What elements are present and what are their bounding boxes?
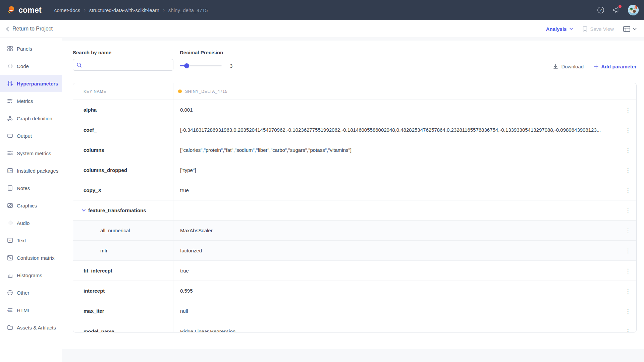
- parameter-key-cell: intercept_: [73, 281, 173, 301]
- row-menu-icon[interactable]: ⋮: [624, 147, 632, 153]
- row-menu-icon[interactable]: ⋮: [624, 107, 632, 113]
- table-row-columns: columns ["calories","protein","fat","sod…: [73, 140, 636, 160]
- download-button[interactable]: Download: [553, 64, 584, 69]
- parameter-value: MaxAbsScaler: [180, 228, 213, 233]
- download-icon: [553, 64, 558, 69]
- add-parameter-button[interactable]: Add parameter: [594, 64, 637, 69]
- search-box[interactable]: [73, 59, 173, 71]
- table-row-alpha: alpha 0.001 ⋮: [73, 100, 636, 120]
- row-menu-icon[interactable]: ⋮: [624, 288, 632, 294]
- breadcrumb-item[interactable]: structured-data-with-scikit-learn: [89, 7, 159, 13]
- parameter-value-cell: 0.595: [173, 281, 636, 301]
- sidebar-item-installed-packages[interactable]: Py Installed packages: [0, 162, 62, 179]
- parameter-value: ["calories","protein","fat","sodium","fi…: [180, 147, 352, 153]
- sidebar-item-assets-artifacts[interactable]: Assets & Artifacts: [0, 319, 62, 336]
- comet-logo[interactable]: comet: [7, 6, 42, 15]
- page-toolbar: Return to Project Analysis Save View: [0, 20, 644, 38]
- sidebar-item-histograms[interactable]: Histograms: [0, 266, 62, 284]
- row-menu-icon[interactable]: ⋮: [624, 127, 632, 133]
- sidebar-item-code[interactable]: Code: [0, 57, 62, 75]
- parameter-key-cell: alpha: [73, 100, 173, 120]
- slider-thumb[interactable]: [184, 63, 189, 68]
- sidebar-item-label: Text: [17, 238, 26, 243]
- svg-text:?: ?: [600, 8, 602, 12]
- sidebar-item-panels[interactable]: Panels: [0, 40, 62, 57]
- sidebar-item-label: HTML: [17, 307, 31, 313]
- parameter-key: all_numerical: [100, 228, 130, 233]
- sidebar-item-label: Notes: [17, 185, 30, 191]
- row-menu-icon[interactable]: ⋮: [624, 187, 632, 193]
- return-to-project-link[interactable]: Return to Project: [6, 26, 53, 32]
- parameter-key: feature_transformations: [88, 207, 146, 213]
- sidebar-item-metrics[interactable]: Metrics: [0, 92, 62, 110]
- help-icon[interactable]: ?: [597, 6, 604, 14]
- parameter-value-cell: Ridge Linear Regression: [173, 321, 636, 333]
- user-avatar[interactable]: [628, 5, 639, 15]
- parameter-value-cell: true: [173, 180, 636, 200]
- sidebar-item-audio[interactable]: Audio: [0, 214, 62, 232]
- notes-icon: [7, 185, 13, 191]
- parameter-value: Ridge Linear Regression: [180, 328, 235, 333]
- graph-definition-icon: [7, 115, 13, 121]
- chevron-down-icon: [569, 27, 573, 30]
- sidebar-item-label: Hyperparameters: [17, 81, 58, 86]
- row-menu-icon[interactable]: ⋮: [624, 268, 632, 274]
- table-row-max_iter: max_iter null ⋮: [73, 301, 636, 321]
- sidebar-item-confusion-matrix[interactable]: Confusion matrix: [0, 249, 62, 266]
- experiment-name-label: SHINY_DELTA_4715: [185, 89, 227, 94]
- parameter-key-cell: model_name: [73, 321, 173, 333]
- search-label: Search by name: [73, 50, 173, 55]
- sidebar-item-output[interactable]: Output: [0, 127, 62, 144]
- announcements-icon[interactable]: [612, 6, 620, 14]
- table-row-intercept_: intercept_ 0.595 ⋮: [73, 281, 636, 301]
- text-icon: Tt: [7, 237, 13, 243]
- sidebar-item-label: Histograms: [17, 273, 42, 278]
- chevron-down-icon[interactable]: [82, 209, 86, 212]
- parameter-value-cell: MaxAbsScaler: [173, 221, 636, 240]
- code-icon: [7, 63, 13, 69]
- plus-icon: [594, 64, 598, 69]
- sidebar-item-graph-definition[interactable]: Graph definition: [0, 110, 62, 127]
- layout-view-dropdown[interactable]: [623, 26, 637, 32]
- row-menu-icon[interactable]: ⋮: [624, 308, 632, 314]
- sidebar-item-graphics[interactable]: Graphics: [0, 197, 62, 214]
- breadcrumb-item[interactable]: comet-docs: [54, 7, 80, 13]
- decimal-precision-label: Decimal Precision: [180, 50, 232, 55]
- sidebar-item-notes[interactable]: Notes: [0, 179, 62, 197]
- output-icon: [7, 133, 13, 139]
- parameter-key-cell: max_iter: [73, 301, 173, 321]
- sidebar-item-hyperparameters[interactable]: Hyperparameters: [0, 75, 62, 92]
- sidebar-item-system-metrics[interactable]: System metrics: [0, 144, 62, 162]
- sidebar-item-label: Other: [17, 290, 30, 296]
- analysis-dropdown[interactable]: Analysis: [546, 26, 574, 32]
- parameter-value: null: [180, 308, 188, 314]
- hyperparameters-table: KEY NAME SHINY_DELTA_4715 alpha 0.001 ⋮: [73, 83, 637, 333]
- parameter-key: max_iter: [84, 308, 104, 314]
- row-menu-icon[interactable]: ⋮: [624, 328, 632, 333]
- histograms-icon: [7, 272, 13, 278]
- parameter-key-cell: feature_transformations: [73, 200, 173, 220]
- topbar-actions: ?: [597, 5, 639, 15]
- parameter-key-cell: all_numerical: [73, 221, 173, 240]
- row-menu-icon[interactable]: ⋮: [624, 167, 632, 173]
- table-row-mfr: mfr factorized ⋮: [73, 241, 636, 261]
- sidebar-item-html[interactable]: HTML HTML: [0, 301, 62, 319]
- search-input[interactable]: [85, 62, 170, 68]
- parameter-value-cell: true: [173, 261, 636, 281]
- save-view-button[interactable]: Save View: [583, 26, 614, 32]
- parameter-value-cell: ["type"]: [173, 160, 636, 180]
- assets-artifacts-icon: [7, 324, 13, 330]
- row-menu-icon[interactable]: ⋮: [624, 248, 632, 253]
- row-menu-icon[interactable]: ⋮: [624, 207, 632, 213]
- row-menu-icon[interactable]: ⋮: [624, 228, 632, 233]
- decimal-precision-slider[interactable]: [180, 65, 222, 66]
- top-navigation-bar: comet comet-docs›structured-data-with-sc…: [0, 0, 644, 20]
- parameter-value-cell: null: [173, 301, 636, 321]
- graphics-icon: [7, 202, 13, 208]
- svg-text:Py: Py: [8, 169, 11, 172]
- sidebar-item-label: Installed packages: [17, 168, 58, 174]
- sidebar-item-other[interactable]: Other: [0, 284, 62, 301]
- sidebar-item-label: Confusion matrix: [17, 255, 55, 261]
- sidebar-item-text[interactable]: Tt Text: [0, 232, 62, 249]
- sidebar-item-label: Output: [17, 133, 32, 139]
